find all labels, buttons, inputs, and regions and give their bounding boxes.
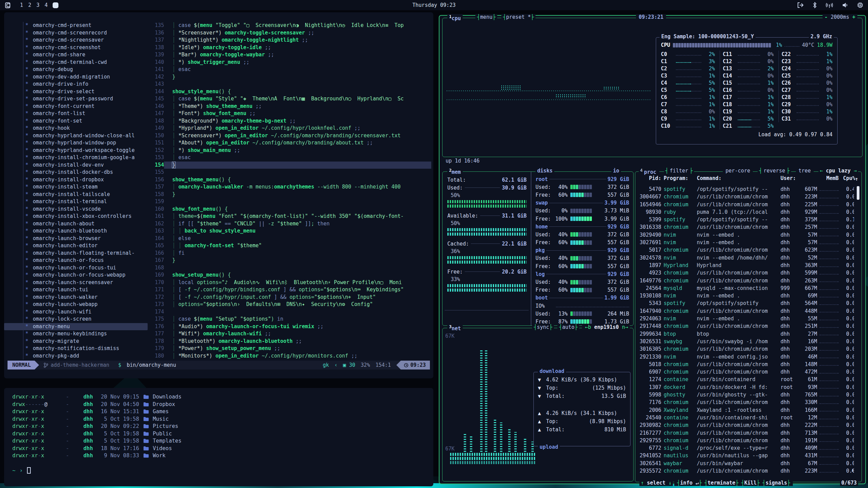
sort-switcher[interactable]: ← cpu lazy → xyxy=(818,168,858,175)
file-item[interactable]: *omarchy-install-dev-env xyxy=(4,162,148,169)
file-item[interactable]: *omarchy-lock-screen xyxy=(4,316,148,323)
code-line[interactable]: │ if [[ "$theme" == "CNCLD" || -z "$them… xyxy=(164,220,431,228)
code-line[interactable]: │ esac xyxy=(164,154,431,162)
file-item[interactable]: *omarchy-launch-or-focus-webapp xyxy=(4,271,148,279)
process-row[interactable]: 1274containe/usr/bin/containerdroot61M0.… xyxy=(639,376,854,383)
file-item[interactable]: *omarchy-cmd-share xyxy=(4,51,148,59)
process-row[interactable]: 1897HyprlandHyprlanddhh363M0.0 xyxy=(639,262,854,269)
code-line[interactable]: │ *Theme*) show_theme_menu ;; xyxy=(164,103,431,110)
file-item[interactable]: *omarchy-menu-keybindings xyxy=(4,330,148,338)
file-item[interactable]: *omarchy-font-current xyxy=(4,103,148,110)
process-row[interactable]: 5017chromium/usr/lib/chromium/chromdhh62… xyxy=(639,246,854,254)
process-row[interactable]: 7176chromium/usr/lib/chromium/chromdhh33… xyxy=(639,399,854,406)
process-row[interactable]: 3027691nvimnvim --embed .dhh57M0.0 xyxy=(639,239,854,246)
proc-footer-button[interactable]: ┤Kill├ xyxy=(740,480,761,486)
process-row[interactable]: 3016305chromium/usr/lib/chromium/chromdh… xyxy=(639,345,854,353)
code-line[interactable]: │ fi xyxy=(164,250,431,257)
file-item[interactable]: *omarchy-cmd-terminal-cwd xyxy=(4,59,148,66)
file-item[interactable]: *omarchy-install-chromium-google-a xyxy=(4,154,148,162)
proc-footer-button[interactable]: ┤terminate├ xyxy=(703,480,740,486)
file-item[interactable]: *omarchy-install-tailscale xyxy=(4,191,148,198)
volume-icon[interactable] xyxy=(842,2,848,8)
process-row[interactable]: 3026531swaybg/usr/bin/swaybg -i /homdhh1… xyxy=(639,338,854,345)
network-icon[interactable] xyxy=(826,2,833,8)
code-line[interactable]: │ *Bluetooth*) omarchy-launch-bluetooth … xyxy=(164,338,431,345)
bluetooth-icon[interactable] xyxy=(813,2,817,8)
process-row[interactable]: 2924063nvimnvim --embed .dhh55M0.0 xyxy=(639,315,854,322)
file-item[interactable]: *omarchy-launch-bluetooth xyxy=(4,227,148,235)
code-line[interactable]: show_setup_menu() { xyxy=(164,271,431,279)
file-item[interactable]: *omarchy-launch-about xyxy=(4,220,148,228)
tree-button[interactable]: tree xyxy=(796,168,814,175)
process-row[interactable]: 1930108nvimnvim --embed .dhh69M0.0 xyxy=(639,292,854,299)
code-line[interactable] xyxy=(164,169,431,176)
file-item[interactable]: *omarchy-cmd-screensaver xyxy=(4,37,148,44)
proc-footer-button[interactable]: ┤signals├ xyxy=(761,480,791,486)
code-line[interactable]: │ *) show_trigger_menu ;; xyxy=(164,59,431,66)
process-row[interactable]: 3004667chromium/usr/lib/chromium/chromdh… xyxy=(639,193,854,200)
code-line[interactable]: │ [ -f ~/.config/hypr/input.conf ] && op… xyxy=(164,294,431,301)
update-interval[interactable]: - 2000ms + xyxy=(823,14,857,20)
code-line[interactable]: │ *Bar*) omarchy-toggle-waybar ;; xyxy=(164,51,431,59)
code-line[interactable]: } xyxy=(164,257,431,264)
code-line[interactable]: show_style_menu() { xyxy=(164,88,431,96)
code-line[interactable]: │ │ omarchy-font-set "$theme" xyxy=(164,242,431,250)
code-line[interactable]: } xyxy=(164,191,431,198)
code-line[interactable]: │ *Screensaver*) open_in_editor ~/.confi… xyxy=(164,132,431,140)
code-line[interactable]: │ │ back_to show_style_menu xyxy=(164,227,431,235)
process-row[interactable]: 2006XwaylandXwayland :1 -rootlessdhh166M… xyxy=(639,406,854,414)
process-row[interactable]: 3016338chromium/usr/lib/chromium/chromdh… xyxy=(639,223,854,231)
preset-button[interactable]: ┤preset *├ xyxy=(501,14,535,20)
process-row[interactable]: 5470spotify/opt/spotify/spotify --dhh607… xyxy=(639,185,854,193)
code-line[interactable]: │ theme=$(menu "Font" "$(omarchy-font-li… xyxy=(164,213,431,220)
menu-button[interactable]: ┤menu├ xyxy=(475,14,497,20)
process-row[interactable]: 4923chromium/usr/lib/chromium/chromdhh59… xyxy=(639,269,854,277)
chip-icon[interactable] xyxy=(857,2,863,8)
file-item[interactable]: *omarchy-install-xbox-controllers xyxy=(4,213,148,220)
process-row[interactable]: 3029490nvimnvim --embed .dhh57M0.0 xyxy=(639,231,854,239)
auto-button[interactable]: ┤auto├ xyxy=(557,324,579,330)
file-item[interactable]: *omarchy-hyprland-workspace-toggle xyxy=(4,147,148,154)
process-row[interactable]: 3024578nvimnvim --embed /home/dhh/dhh52M… xyxy=(639,254,854,262)
process-row[interactable]: 24564mysqldmysqld --max-connection999667… xyxy=(639,284,854,292)
process-row[interactable]: 2999634btopbtopdhh27M0.0 xyxy=(639,330,854,338)
process-row[interactable]: 5998ghostty/usr/bin/ghostty --gtk-dhh765… xyxy=(639,391,854,399)
shell-prompt[interactable]: ~ › xyxy=(12,467,31,474)
code-line[interactable]: │ *Audio*) omarchy-launch-or-focus-tui w… xyxy=(164,323,431,331)
process-row[interactable]: 2929755chromium/usr/lib/chromium/chromdh… xyxy=(639,437,854,444)
code-line[interactable]: │ [ -f ~/.config/hypr/bindings.conf ] &&… xyxy=(164,286,431,294)
filter-button[interactable]: ┤filter├ xyxy=(664,168,694,175)
process-row[interactable]: 24540containe/usr/bin/containerd-shiroot… xyxy=(639,414,854,421)
process-row[interactable]: 6772signal-d/proc/self/exe --type=rdhh40… xyxy=(639,444,854,452)
file-item[interactable]: *omarchy-drive-info xyxy=(4,81,148,88)
code-line[interactable] xyxy=(164,198,431,206)
file-item[interactable]: *omarchy-install-docker-dbs xyxy=(4,169,148,176)
file-item[interactable]: *omarchy-launch-webapp xyxy=(4,301,148,308)
file-item[interactable]: *omarchy-launch-or-focus xyxy=(4,257,148,264)
process-row[interactable]: 2941052nautilus/usr/bin/nautilus --gapdh… xyxy=(639,452,854,459)
code-line[interactable]: │ *) show_main_menu ;; xyxy=(164,147,431,154)
code-line[interactable]: │ *Font*) show_font_menu ;; xyxy=(164,110,431,117)
file-item[interactable]: *omarchy-hyprland-window-close-all xyxy=(4,132,148,140)
file-item[interactable]: *omarchy-install-vscode xyxy=(4,206,148,213)
proc-footer-button[interactable]: ┤info ↵├ xyxy=(676,480,703,486)
file-item[interactable]: *omarchy-launch-tui xyxy=(4,286,148,294)
file-item[interactable]: *omarchy-drive-select xyxy=(4,88,148,96)
code-line[interactable]: │ *Hyprland*) open_in_editor ~/.config/h… xyxy=(164,125,431,132)
file-item[interactable]: *omarchy-launch-browser xyxy=(4,235,148,242)
code-line[interactable]: │ *Wifi*) omarchy-launch-wifi ;; xyxy=(164,330,431,338)
code-line[interactable]: │ case $(menu "Setup" "$options") in xyxy=(164,316,431,323)
code-line[interactable]: │ *Background*) omarchy-theme-bg-next ;; xyxy=(164,117,431,125)
file-item[interactable]: *omarchy-notification-dismiss xyxy=(4,345,148,352)
code-line[interactable]: } xyxy=(164,73,431,81)
process-row[interactable]: 2167277chromium/usr/lib/chromium/chromdh… xyxy=(639,429,854,437)
process-row[interactable]: 1307dockerd/usr/bin/dockerd -H fd:root93… xyxy=(639,384,854,391)
process-row[interactable]: 2935572chromium/usr/lib/chromium/chromdh… xyxy=(639,467,854,474)
code-line[interactable]: │ local options="♪ Audio\n∿ Wifi\nᛒ Blue… xyxy=(164,279,431,287)
code-line[interactable] xyxy=(164,264,431,272)
file-item[interactable]: *omarchy-debug xyxy=(4,66,148,73)
file-item[interactable]: *omarchy-menu xyxy=(4,323,148,331)
code-line[interactable]: │ *Monitors*) open_in_editor ~/.config/h… xyxy=(164,352,431,360)
file-item[interactable]: *omarchy-font-set xyxy=(4,117,148,125)
process-row[interactable]: 3026541waybar/usr/bin/waybardhh67M0.0 xyxy=(639,460,854,467)
